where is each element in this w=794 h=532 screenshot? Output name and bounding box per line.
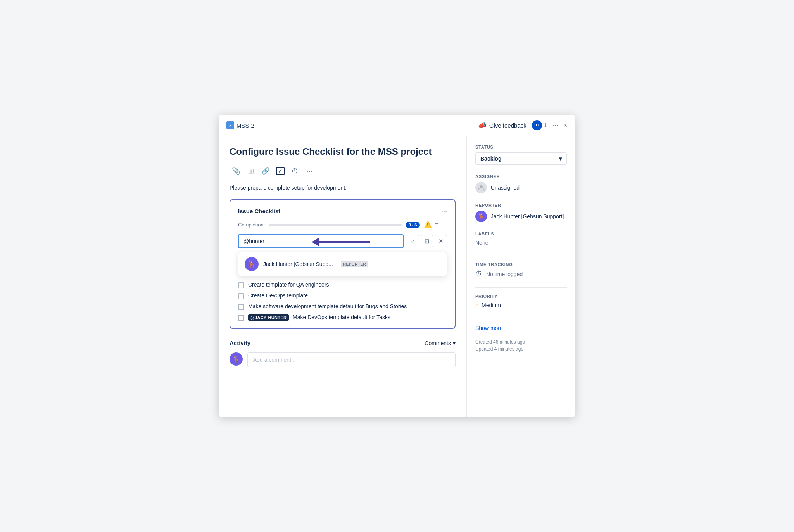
toolbar-more-button[interactable]: ··· [303, 164, 316, 178]
toolbar: 📎 ⊞ 🔗 ✓ ⏱ ··· [230, 164, 456, 178]
item-text-2: Create DevOps template [248, 292, 308, 299]
issue-id-box: ✓ MSS-2 [226, 121, 254, 129]
item-checkbox-4[interactable] [238, 315, 244, 321]
reporter-avatar: 🦌 [475, 211, 487, 222]
issue-checkbox-icon: ✓ [226, 121, 234, 129]
watch-button[interactable]: 👁 1 [532, 120, 547, 130]
list-button[interactable]: ⊞ [244, 164, 257, 178]
status-section: STATUS Backlog ▾ [475, 145, 567, 165]
timer-button[interactable]: ⏱ [288, 164, 302, 178]
activity-section: Activity Comments ▾ 🦌 Add a comment... [230, 340, 456, 367]
confirm-button[interactable]: ✓ [407, 235, 419, 247]
close-button[interactable]: × [563, 121, 568, 130]
reporter-name: Jack Hunter [Gebsun Support] [491, 213, 564, 219]
assignee-row[interactable]: Unassigned [475, 182, 567, 193]
time-tracking-section: TIME TRACKING ⏱ No time logged [475, 262, 567, 278]
assignee-section: ASSIGNEE Unassigned [475, 174, 567, 193]
timer-icon: ⏱ [292, 167, 299, 175]
comment-input[interactable]: Add a comment... [247, 352, 456, 367]
comment-placeholder: Add a comment... [253, 357, 296, 363]
checklist-items: Create template for QA engineers Create … [238, 282, 447, 321]
warning-icon: ⚠️ [424, 221, 432, 229]
input-actions: ✓ ⊡ ✕ [407, 235, 447, 247]
main-content: Configure Issue Checklist for the MSS pr… [219, 136, 575, 417]
checklist-item-2: Create DevOps template [238, 292, 447, 299]
checklist-card: Issue Checklist ··· Completion: 0 / 6 ⚠️… [230, 199, 456, 329]
priority-section: PRIORITY ↑ Medium [475, 294, 567, 309]
checklist-item-3: Make software development template defau… [238, 303, 447, 310]
attach-button[interactable]: 📎 [230, 164, 243, 178]
mention-dropdown-container: 🦌 Jack Hunter [Gebsun Supp... REPORTER [238, 252, 447, 276]
watch-count: 1 [544, 122, 547, 128]
completion-more-button[interactable]: ··· [442, 221, 447, 228]
checklist-title: Issue Checklist [238, 208, 280, 214]
checklist-input[interactable] [238, 234, 404, 248]
feedback-label: Give feedback [489, 122, 526, 129]
completion-label: Completion: [238, 222, 265, 228]
checklist-header: Issue Checklist ··· [238, 207, 447, 215]
comments-button[interactable]: Comments ▾ [425, 340, 456, 346]
mention-item[interactable]: 🦌 Jack Hunter [Gebsun Supp... REPORTER [238, 252, 447, 276]
megaphone-icon: 📣 [478, 121, 487, 130]
sidebar-divider-3 [475, 318, 567, 318]
progress-bar [269, 224, 402, 226]
eye-icon: 👁 [532, 120, 542, 130]
top-bar-right: 📣 Give feedback 👁 1 ··· × [478, 120, 568, 130]
jack-hunter-tag: @JACK HUNTER [248, 314, 289, 321]
priority-row: ↑ Medium [475, 302, 567, 309]
issue-title: Configure Issue Checklist for the MSS pr… [230, 145, 456, 157]
updated-text: Updated 4 minutes ago [475, 346, 567, 352]
activity-title: Activity [230, 340, 250, 346]
status-label: STATUS [475, 145, 567, 149]
link-button[interactable]: 🔗 [259, 164, 272, 178]
time-icon: ⏱ [475, 270, 482, 278]
item-checkbox-2[interactable] [238, 293, 244, 299]
checkbox-button[interactable]: ✓ [274, 164, 287, 178]
mention-dropdown: 🦌 Jack Hunter [Gebsun Supp... REPORTER [238, 252, 447, 276]
show-more-button[interactable]: Show more [475, 325, 503, 331]
priority-icon: ↑ [475, 302, 478, 309]
reporter-label: REPORTER [475, 203, 567, 207]
input-container: ✓ ⊡ ✕ [238, 234, 447, 248]
labels-label: LABELS [475, 231, 567, 236]
status-chevron: ▾ [559, 155, 562, 162]
filter-icon: ≡ [435, 221, 438, 228]
assignee-label: ASSIGNEE [475, 174, 567, 179]
checkbox-icon: ✓ [276, 167, 285, 175]
item-checkbox-1[interactable] [238, 282, 244, 288]
comments-chevron: ▾ [453, 340, 456, 346]
item-text-3: Make software development template defau… [248, 303, 407, 309]
description-text: Please prepare complete setup for develo… [230, 185, 456, 191]
top-bar-left: ✓ MSS-2 [226, 121, 254, 129]
checklist-item: Create template for QA engineers [238, 282, 447, 288]
left-panel: Configure Issue Checklist for the MSS pr… [219, 136, 467, 417]
time-tracking-label: TIME TRACKING [475, 262, 567, 267]
status-dropdown[interactable]: Backlog ▾ [475, 152, 567, 165]
checklist-more-button[interactable]: ··· [441, 207, 447, 215]
top-bar: ✓ MSS-2 📣 Give feedback 👁 1 ··· × [219, 115, 575, 136]
sidebar-divider [475, 256, 567, 256]
feedback-button[interactable]: 📣 Give feedback [478, 121, 526, 130]
status-value: Backlog [480, 155, 501, 162]
comments-label: Comments [425, 340, 451, 346]
activity-avatar-emoji: 🦌 [232, 355, 240, 363]
completion-icons: ⚠️ ≡ ··· [424, 221, 447, 229]
item-checkbox-3[interactable] [238, 304, 244, 310]
input-row: ✓ ⊡ ✕ [238, 234, 447, 248]
labels-section: LABELS None [475, 231, 567, 246]
activity-header: Activity Comments ▾ [230, 340, 456, 346]
right-panel: STATUS Backlog ▾ ASSIGNEE Unassigne [467, 136, 575, 417]
toolbar-more-icon: ··· [307, 167, 312, 175]
reporter-avatar-emoji: 🦌 [478, 213, 485, 220]
created-text: Created 46 minutes ago [475, 339, 567, 345]
copy-button[interactable]: ⊡ [421, 235, 433, 247]
activity-avatar: 🦌 [230, 352, 243, 366]
time-tracking-row: ⏱ No time logged [475, 270, 567, 278]
activity-input-row: 🦌 Add a comment... [230, 352, 456, 367]
assignee-avatar [475, 182, 487, 193]
more-options-button[interactable]: ··· [552, 121, 558, 130]
cancel-input-button[interactable]: ✕ [435, 235, 447, 247]
reporter-badge: REPORTER [341, 261, 369, 267]
sidebar-divider-2 [475, 287, 567, 288]
mention-name: Jack Hunter [Gebsun Supp... [263, 261, 333, 267]
